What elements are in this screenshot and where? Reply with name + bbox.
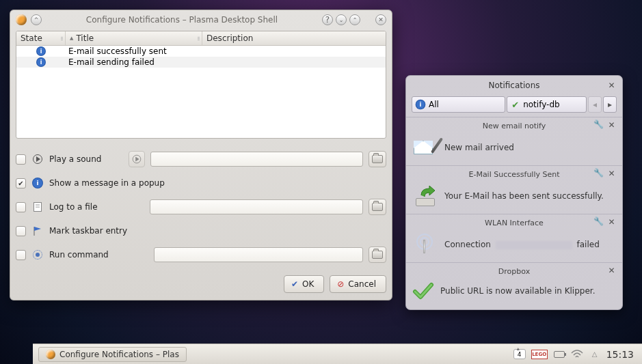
column-description-label: Description [206, 33, 253, 43]
folder-icon [372, 251, 383, 259]
notifications-panel: Notifications ✕ i All ✔ notify-db ◂ ▸ Ne… [405, 75, 623, 310]
info-icon: i [37, 47, 45, 55]
success-icon [412, 281, 435, 301]
notification-title: E-Mail Successfully Sent [468, 170, 559, 179]
cancel-button[interactable]: ⊘Cancel [330, 275, 386, 293]
file-icon [31, 201, 44, 213]
configure-notification-button[interactable]: 🔧 [593, 120, 604, 130]
taskbar-item-label: Configure Notifications – Plas [59, 350, 179, 359]
filter-source-label: notify-db [523, 100, 559, 109]
notification-title: WLAN Interface [485, 219, 544, 227]
notification-item: WLAN Interface 🔧✕ Connection failed [406, 214, 622, 262]
logfile-label: Log to a file [49, 202, 98, 212]
logfile-checkbox[interactable] [16, 202, 26, 212]
option-log-file: Log to a file [16, 199, 386, 215]
row-title: E-mail sending failed [66, 57, 202, 67]
app-icon [46, 350, 55, 359]
notifications-title: Notifications [488, 81, 539, 90]
app-icon [16, 14, 27, 25]
notification-item: E-Mail Successfully Sent 🔧✕ Your E-Mail … [406, 165, 622, 214]
updates-count: 4 [518, 351, 522, 358]
notification-item: New email notify 🔧✕ New mail arrived [406, 117, 622, 165]
folder-icon [372, 155, 383, 163]
redacted-text [496, 241, 572, 249]
popup-label: Show a message in a popup [49, 178, 165, 188]
filter-source-button[interactable]: ✔ notify-db [507, 96, 587, 113]
configure-notification-button[interactable]: 🔧 [593, 168, 604, 178]
column-state-label: State [21, 33, 42, 43]
minimize-button[interactable]: ⌄ [336, 14, 347, 25]
lego-indicator[interactable]: LEGO [531, 350, 548, 359]
mail-sent-icon [412, 184, 439, 208]
browse-command-button[interactable] [369, 247, 386, 263]
notification-body: Connection failed [444, 240, 617, 249]
wlan-icon [412, 232, 439, 257]
window-titlebar[interactable]: ^ Configure Notifications – Plasma Deskt… [10, 10, 392, 29]
ok-button[interactable]: ✔OK [284, 275, 324, 293]
browse-logfile-button[interactable] [369, 199, 386, 215]
runcmd-checkbox[interactable] [16, 250, 26, 260]
column-description[interactable]: Description [202, 31, 386, 45]
sound-path-field[interactable] [150, 152, 363, 167]
window-title: Configure Notifications – Plasma Desktop… [46, 15, 318, 25]
filter-all-button[interactable]: i All [412, 96, 505, 113]
sort-indicator-icon: ▲ [70, 36, 73, 41]
column-title-label: Title [76, 33, 94, 43]
taskbar-item-configure-notifications[interactable]: Configure Notifications – Plas [38, 347, 187, 362]
runcmd-label: Run command [49, 250, 109, 260]
info-icon: i [31, 177, 44, 189]
close-button[interactable]: ✕ [375, 14, 386, 25]
configure-notifications-window: ^ Configure Notifications – Plasma Deskt… [10, 10, 392, 300]
updates-badge[interactable]: 4 [513, 349, 526, 359]
svg-marker-1 [34, 227, 41, 231]
gear-icon [31, 249, 44, 261]
popup-checkbox[interactable] [16, 178, 26, 188]
filter-next-button[interactable]: ▸ [603, 96, 617, 113]
column-title[interactable]: ▲Title [66, 31, 202, 45]
dismiss-notification-button[interactable]: ✕ [606, 265, 617, 275]
events-table: State ▲Title Description i E-mail succes… [16, 31, 386, 139]
battery-icon[interactable] [553, 348, 565, 361]
network-icon[interactable] [571, 348, 583, 361]
info-icon: i [416, 100, 425, 109]
notification-body: Public URL is now available in Klipper. [440, 286, 617, 296]
taskbar-label: Mark taskbar entry [49, 226, 127, 236]
column-state[interactable]: State [16, 31, 66, 45]
row-title: E-mail successfully sent [66, 46, 202, 56]
tray-expand-icon[interactable]: △ [589, 348, 601, 361]
table-row[interactable]: i E-mail sending failed [16, 57, 386, 68]
play-sound-label: Play a sound [49, 154, 101, 164]
dismiss-notification-button[interactable]: ✕ [606, 168, 617, 178]
clock[interactable]: 15:13 [606, 349, 637, 360]
dismiss-notification-button[interactable]: ✕ [606, 216, 617, 227]
play-sound-checkbox[interactable] [16, 154, 26, 165]
cancel-label: Cancel [348, 279, 376, 289]
configure-notification-button[interactable]: 🔧 [593, 216, 604, 227]
maximize-button[interactable]: ⌃ [349, 14, 360, 25]
table-row[interactable]: i E-mail successfully sent [16, 46, 386, 57]
browse-sound-button[interactable] [369, 151, 386, 167]
option-taskbar: Mark taskbar entry [16, 223, 386, 239]
option-popup: i Show a message in a popup [16, 175, 386, 191]
notification-body-post: failed [574, 240, 600, 249]
runcmd-field[interactable] [154, 247, 363, 262]
preview-sound-button[interactable] [129, 151, 145, 167]
notifications-title-bar: Notifications ✕ [406, 76, 622, 95]
folder-icon [372, 203, 383, 211]
filter-prev-button[interactable]: ◂ [588, 96, 602, 113]
flag-icon [31, 225, 44, 237]
close-panel-button[interactable]: ✕ [606, 80, 617, 90]
option-play-sound: Play a sound [16, 151, 386, 167]
taskbar-checkbox[interactable] [16, 226, 26, 236]
help-button[interactable]: ? [322, 14, 333, 25]
option-run-command: Run command [16, 247, 386, 263]
notification-body-pre: Connection [444, 240, 494, 249]
dismiss-notification-button[interactable]: ✕ [606, 120, 617, 130]
cancel-icon: ⊘ [337, 279, 344, 289]
shade-button[interactable]: ^ [31, 14, 42, 25]
mail-compose-icon [412, 135, 439, 160]
logfile-path-field[interactable] [150, 199, 363, 214]
notification-title: Dropbox [498, 267, 530, 276]
notifications-filter: i All ✔ notify-db ◂ ▸ [412, 96, 617, 113]
taskbar: Configure Notifications – Plas 4 LEGO △ … [33, 344, 642, 364]
